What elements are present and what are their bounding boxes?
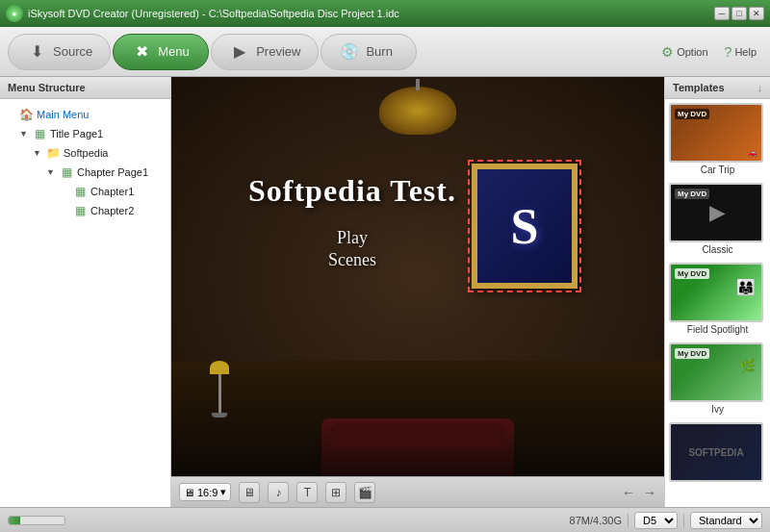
- grid-button[interactable]: ⊞: [325, 482, 346, 503]
- expand-arrow: ▼: [33, 148, 42, 158]
- tab-preview[interactable]: ▶ Preview: [211, 34, 319, 70]
- tab-burn[interactable]: 💿 Burn: [321, 34, 417, 70]
- template-classic[interactable]: My DVD ▶ Classic: [669, 183, 766, 255]
- template-dark[interactable]: SOFTPEDIA: [669, 422, 766, 482]
- toolbar-tabs: ⬇ Source ✖ Menu ▶ Preview 💿 Burn: [8, 34, 417, 70]
- tree-item-chapter1[interactable]: ▦ Chapter1: [58, 182, 167, 201]
- expand-arrow: ▼: [46, 167, 56, 177]
- right-panel: Templates ↓ My DVD 🚗 Car Trip My DVD ▶ C…: [664, 77, 770, 507]
- main-menu-label: Main Menu: [37, 109, 89, 120]
- chapter-page-icon: ▦: [59, 165, 74, 180]
- status-bar: 87M/4.30G D5 D9 Standard High: [0, 507, 770, 532]
- disc-type-select[interactable]: D5 D9: [634, 512, 678, 529]
- chapter-page1-label: Chapter Page1: [77, 166, 148, 178]
- burn-icon: 💿: [339, 41, 360, 63]
- help-icon: ?: [725, 44, 732, 60]
- nav-right-button[interactable]: →: [643, 485, 656, 500]
- aspect-ratio-select[interactable]: 🖥 16:9 ▾: [179, 483, 231, 501]
- templates-list: My DVD 🚗 Car Trip My DVD ▶ Classic My DV…: [665, 99, 770, 507]
- preview-text-area: Softpedia Test. Play Scenes: [248, 173, 456, 270]
- status-divider-2: [683, 514, 684, 527]
- title-bar-left: ● iSkysoft DVD Creator (Unregistered) - …: [6, 5, 399, 22]
- source-icon: ⬇: [26, 41, 47, 63]
- framed-image[interactable]: S: [472, 164, 578, 289]
- text-button[interactable]: T: [296, 482, 318, 503]
- progress-bar-inner: [9, 517, 20, 524]
- template-ivy[interactable]: My DVD 🌿 Ivy: [669, 342, 766, 415]
- maximize-button[interactable]: □: [732, 7, 747, 20]
- tab-preview-label: Preview: [256, 44, 300, 59]
- menu-structure-header: Menu Structure: [0, 77, 170, 99]
- lamp-base: [212, 413, 227, 418]
- sofa: [321, 418, 514, 476]
- expand-arrow: ▼: [19, 129, 29, 139]
- chandelier: [360, 87, 475, 144]
- minimize-button[interactable]: ─: [714, 7, 730, 20]
- template-name-field-spotlight: Field Spotlight: [669, 324, 766, 335]
- help-button[interactable]: ? Help: [719, 40, 762, 63]
- template-name-car-trip: Car Trip: [669, 165, 766, 175]
- center-area: Softpedia Test. Play Scenes S 🖥 16:9 ▾ 🖥: [171, 77, 664, 507]
- tab-burn-label: Burn: [366, 44, 392, 59]
- tree-item-chapter2[interactable]: ▦ Chapter2: [58, 201, 167, 220]
- preview-area: Softpedia Test. Play Scenes S: [171, 77, 664, 476]
- menu-icon: ✖: [131, 41, 152, 63]
- monitor-icon: 🖥: [184, 487, 194, 498]
- preview-menu-items: Play Scenes: [248, 228, 456, 270]
- status-right: 87M/4.30G D5 D9 Standard High: [570, 512, 762, 529]
- film-button[interactable]: 🎬: [354, 482, 375, 503]
- music-button[interactable]: ♪: [268, 482, 289, 503]
- tab-menu[interactable]: ✖ Menu: [113, 34, 209, 70]
- tab-source-label: Source: [53, 44, 92, 59]
- preview-toolbar: 🖥 16:9 ▾ 🖥 ♪ T ⊞ 🎬 ← →: [171, 476, 664, 507]
- toolbar: ⬇ Source ✖ Menu ▶ Preview 💿 Burn ⚙ Optio…: [0, 27, 770, 77]
- preview-menu-scenes: Scenes: [248, 250, 456, 270]
- lamp-pole: [218, 374, 221, 413]
- chapter-icon-2: ▦: [72, 203, 88, 218]
- tree-content: 🏠 Main Menu ▼ ▦ Title Page1 ▼ 📁 Softpedi…: [0, 99, 170, 507]
- close-button[interactable]: ✕: [749, 7, 764, 20]
- monitor-button[interactable]: 🖥: [239, 482, 260, 503]
- status-left: [8, 516, 562, 525]
- templates-label: Templates: [673, 82, 725, 93]
- home-icon: 🏠: [18, 107, 34, 122]
- window-controls[interactable]: ─ □ ✕: [714, 7, 764, 20]
- title-icon: ▦: [32, 126, 47, 141]
- framed-letter: S: [511, 198, 539, 255]
- tree-item-softpedia[interactable]: ▼ 📁 Softpedia: [31, 143, 167, 163]
- template-name-classic: Classic: [669, 244, 766, 255]
- download-icon[interactable]: ↓: [757, 82, 763, 93]
- nav-left-button[interactable]: ←: [622, 485, 635, 500]
- chapter1-label: Chapter1: [90, 186, 134, 197]
- window-title: iSkysoft DVD Creator (Unregistered) - C:…: [28, 8, 399, 19]
- chapter-icon: ▦: [72, 184, 88, 199]
- folder-icon: 📁: [45, 145, 61, 161]
- template-thumb-dark: SOFTPEDIA: [669, 422, 763, 482]
- main-content: Menu Structure 🏠 Main Menu ▼ ▦ Title Pag…: [0, 77, 770, 507]
- option-button[interactable]: ⚙ Option: [655, 40, 713, 63]
- template-car-trip[interactable]: My DVD 🚗 Car Trip: [669, 103, 766, 175]
- toolbar-right: ⚙ Option ? Help: [655, 40, 762, 63]
- dropdown-arrow: ▾: [220, 486, 226, 498]
- template-thumb-car-trip: My DVD 🚗: [669, 103, 763, 163]
- preview-background: Softpedia Test. Play Scenes S: [171, 77, 664, 476]
- aspect-ratio-value: 16:9: [197, 487, 218, 498]
- quality-select[interactable]: Standard High: [690, 512, 762, 529]
- tree-item-main-menu[interactable]: 🏠 Main Menu: [4, 105, 167, 124]
- option-icon: ⚙: [661, 44, 674, 60]
- template-field-spotlight[interactable]: My DVD 👨‍👩‍👧 Field Spotlight: [669, 263, 766, 335]
- size-info: 87M/4.30G: [570, 515, 622, 526]
- app-icon: ●: [6, 5, 23, 22]
- title-page1-label: Title Page1: [50, 128, 103, 139]
- softpedia-label: Softpedia: [64, 147, 108, 159]
- tree-item-chapter-page1[interactable]: ▼ ▦ Chapter Page1: [44, 163, 167, 182]
- status-divider-1: [628, 514, 629, 527]
- preview-menu-play: Play: [248, 228, 456, 248]
- template-thumb-field: My DVD 👨‍👩‍👧: [669, 263, 763, 322]
- help-label: Help: [734, 46, 757, 58]
- lamp: [210, 361, 229, 418]
- template-thumb-classic: My DVD ▶: [669, 183, 763, 242]
- tree-item-title-page1[interactable]: ▼ ▦ Title Page1: [17, 124, 167, 143]
- tab-source[interactable]: ⬇ Source: [8, 34, 111, 70]
- title-bar: ● iSkysoft DVD Creator (Unregistered) - …: [0, 0, 770, 27]
